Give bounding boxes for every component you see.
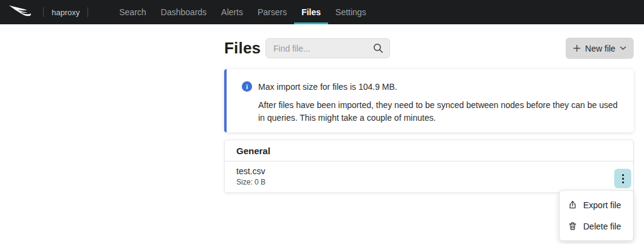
- navbar-separator: [43, 7, 44, 17]
- alert-title-row: i Max import size for files is 104.9 MB.: [242, 81, 619, 92]
- nav-tab-dashboards[interactable]: Dashboards: [154, 0, 214, 24]
- new-file-button[interactable]: New file: [566, 38, 634, 59]
- files-card: General test.csv Size: 0 B: [224, 140, 634, 193]
- page-header: Files New file: [224, 38, 634, 59]
- chevron-down-icon: [620, 46, 626, 50]
- file-actions-kebab-button[interactable]: [614, 169, 631, 188]
- search-icon: [373, 43, 383, 53]
- nav-tab-settings[interactable]: Settings: [328, 0, 374, 24]
- menu-item-delete-file[interactable]: Delete file: [560, 215, 633, 237]
- search-input[interactable]: [272, 43, 373, 54]
- crowdstrike-falcon-logo[interactable]: [6, 0, 35, 24]
- top-navbar: haproxy Search Dashboards Alerts Parsers…: [0, 0, 644, 24]
- info-alert: i Max import size for files is 104.9 MB.…: [224, 69, 634, 132]
- menu-item-export-file[interactable]: Export file: [560, 194, 633, 215]
- export-icon: [568, 200, 577, 209]
- plus-icon: [573, 44, 581, 52]
- nav-tab-parsers[interactable]: Parsers: [250, 0, 294, 24]
- file-size: Size: 0 B: [236, 178, 609, 186]
- nav-tab-alerts[interactable]: Alerts: [214, 0, 250, 24]
- nav-tab-search[interactable]: Search: [112, 0, 153, 24]
- new-file-label: New file: [585, 44, 615, 53]
- repository-name[interactable]: haproxy: [52, 8, 80, 17]
- file-search-box[interactable]: [265, 38, 390, 58]
- file-row[interactable]: test.csv Size: 0 B: [225, 161, 633, 192]
- nav-items: Search Dashboards Alerts Parsers Files S…: [112, 0, 373, 24]
- alert-description: After files have been imported, they nee…: [258, 99, 619, 124]
- menu-item-label: Export file: [583, 200, 621, 210]
- alert-title: Max import size for files is 104.9 MB.: [258, 82, 397, 92]
- kebab-dot: [622, 178, 624, 180]
- kebab-dot: [622, 174, 624, 176]
- file-actions-menu: Export file Delete file: [559, 190, 634, 241]
- trash-icon: [568, 222, 577, 231]
- info-icon: i: [242, 81, 252, 92]
- falcon-icon: [9, 4, 33, 21]
- card-section-title: General: [225, 140, 633, 161]
- menu-item-label: Delete file: [583, 222, 621, 231]
- nav-tab-files[interactable]: Files: [294, 0, 328, 24]
- file-name[interactable]: test.csv: [236, 166, 609, 176]
- page-title: Files: [224, 38, 261, 58]
- navbar-separator: [87, 7, 88, 17]
- kebab-dot: [622, 181, 624, 183]
